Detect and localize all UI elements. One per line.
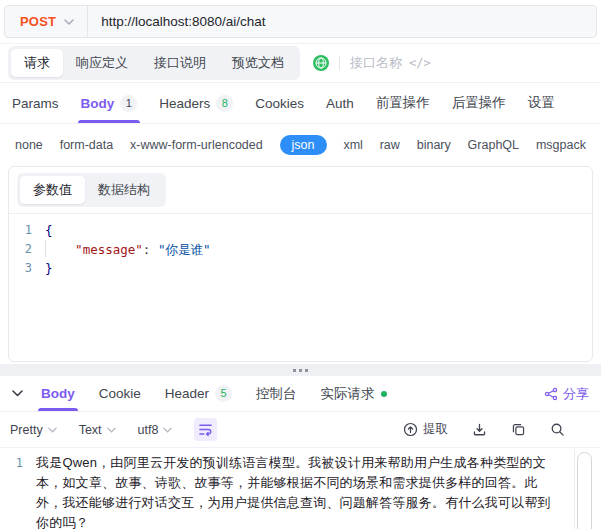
editor-line: 1 { bbox=[9, 221, 592, 240]
globe-icon[interactable] bbox=[313, 55, 329, 71]
body-type-selector: none form-data x-www-form-urlencoded jso… bbox=[0, 124, 601, 166]
tab-api-description[interactable]: 接口说明 bbox=[141, 49, 219, 77]
body-type-xml[interactable]: xml bbox=[343, 138, 362, 152]
tab-data-schema[interactable]: 数据结构 bbox=[85, 176, 163, 204]
response-body-content: 我是Qwen，由阿里云开发的预训练语言模型。我被设计用来帮助用户生成各种类型的文… bbox=[36, 453, 601, 529]
body-type-form-data[interactable]: form-data bbox=[60, 138, 114, 152]
body-count-badge: 1 bbox=[120, 95, 137, 112]
tab-body[interactable]: Body 1 bbox=[81, 83, 138, 123]
indent-guide bbox=[45, 240, 46, 257]
body-type-binary[interactable]: binary bbox=[417, 138, 451, 152]
code-token: { bbox=[45, 223, 53, 238]
splitter-dot bbox=[305, 369, 308, 372]
tab-params[interactable]: Params bbox=[12, 83, 59, 123]
search-button[interactable] bbox=[550, 422, 565, 437]
copy-icon bbox=[511, 422, 526, 437]
request-url-row: POST http://localhost:8080/ai/chat bbox=[0, 0, 601, 44]
chevron-down-icon bbox=[48, 427, 57, 433]
tab-headers[interactable]: Headers 8 bbox=[159, 83, 233, 123]
response-tab-body[interactable]: Body bbox=[41, 376, 75, 411]
chevron-down-icon bbox=[64, 19, 74, 25]
splitter-dot bbox=[293, 369, 296, 372]
share-button[interactable]: 分享 bbox=[544, 385, 589, 403]
editor-line: 2 "message": "你是谁" bbox=[9, 240, 592, 259]
chevron-down-icon bbox=[107, 427, 116, 433]
tab-settings[interactable]: 设置 bbox=[528, 83, 555, 123]
response-tab-cookie[interactable]: Cookie bbox=[99, 376, 141, 411]
json-key: "message" bbox=[75, 242, 143, 257]
tab-pre-operations[interactable]: 前置操作 bbox=[376, 83, 430, 123]
doc-tabs-group: 请求 响应定义 接口说明 预览文档 bbox=[8, 46, 300, 80]
scrollbar-track[interactable] bbox=[574, 449, 594, 529]
format-dropdown[interactable]: Text bbox=[79, 423, 116, 437]
tab-param-value[interactable]: 参数值 bbox=[20, 176, 85, 204]
status-dot bbox=[381, 391, 387, 397]
tab-request[interactable]: 请求 bbox=[11, 49, 63, 77]
tab-response-definition[interactable]: 响应定义 bbox=[63, 49, 141, 77]
share-icon bbox=[544, 387, 558, 401]
splitter-handle[interactable] bbox=[0, 364, 601, 376]
line-number: 2 bbox=[9, 240, 45, 259]
response-tabs-row: Body Cookie Header 5 控制台 实际请求 分享 bbox=[0, 376, 601, 412]
json-value: "你是谁" bbox=[158, 242, 211, 257]
tab-cookies[interactable]: Cookies bbox=[255, 83, 304, 123]
editor-line: 3 } bbox=[9, 259, 592, 278]
word-wrap-button[interactable] bbox=[194, 418, 217, 441]
request-url-bar: POST http://localhost:8080/ai/chat bbox=[4, 5, 597, 38]
pretty-dropdown[interactable]: Pretty bbox=[10, 423, 57, 437]
tab-preview-docs[interactable]: 预览文档 bbox=[219, 49, 297, 77]
collapse-panel-icon[interactable] bbox=[12, 390, 23, 397]
scrollbar-thumb[interactable] bbox=[577, 452, 592, 529]
response-tab-header[interactable]: Header 5 bbox=[165, 376, 232, 411]
line-number: 3 bbox=[9, 259, 45, 278]
word-wrap-icon bbox=[198, 422, 213, 437]
divider bbox=[339, 56, 340, 70]
chevron-down-icon bbox=[163, 427, 172, 433]
doc-tabs-row: 请求 响应定义 接口说明 预览文档 接口名称 </> bbox=[0, 44, 601, 83]
line-number: 1 bbox=[0, 453, 36, 529]
code-token: : bbox=[143, 242, 158, 257]
body-type-raw[interactable]: raw bbox=[380, 138, 400, 152]
extract-icon bbox=[403, 422, 418, 437]
copy-button[interactable] bbox=[511, 422, 526, 437]
body-type-none[interactable]: none bbox=[15, 138, 43, 152]
encoding-dropdown[interactable]: utf8 bbox=[138, 423, 173, 437]
response-toolbar: Pretty Text utf8 提取 bbox=[0, 412, 601, 448]
api-name-input[interactable]: 接口名称 bbox=[350, 54, 402, 72]
url-input[interactable]: http://localhost:8080/ai/chat bbox=[88, 14, 278, 29]
headers-count-badge: 8 bbox=[216, 95, 233, 112]
body-view-tabs: 参数值 数据结构 bbox=[17, 173, 166, 207]
code-icon: </> bbox=[409, 56, 431, 70]
request-section-tabs: Params Body 1 Headers 8 Cookies Auth 前置操… bbox=[0, 83, 601, 124]
body-type-json[interactable]: json bbox=[280, 135, 327, 155]
code-token: } bbox=[45, 261, 53, 276]
line-number: 1 bbox=[9, 221, 45, 240]
response-tab-console[interactable]: 控制台 bbox=[256, 376, 297, 411]
response-tab-actual-request[interactable]: 实际请求 bbox=[321, 376, 387, 411]
request-body-editor[interactable]: 1 { 2 "message": "你是谁" 3 } bbox=[9, 214, 592, 278]
download-icon bbox=[472, 422, 487, 437]
header-count-badge: 5 bbox=[215, 385, 232, 402]
download-button[interactable] bbox=[472, 422, 487, 437]
tab-post-operations[interactable]: 后置操作 bbox=[452, 83, 506, 123]
body-type-msgpack[interactable]: msgpack bbox=[536, 138, 586, 152]
splitter-dot bbox=[299, 369, 302, 372]
request-body-panel: 参数值 数据结构 1 { 2 "message": "你是谁" 3 } bbox=[8, 166, 593, 362]
response-body-panel: 1 我是Qwen，由阿里云开发的预训练语言模型。我被设计用来帮助用户生成各种类型… bbox=[0, 448, 601, 529]
body-type-urlencoded[interactable]: x-www-form-urlencoded bbox=[130, 138, 263, 152]
method-label: POST bbox=[20, 14, 56, 29]
body-type-graphql[interactable]: GraphQL bbox=[468, 138, 519, 152]
body-view-tabs-row: 参数值 数据结构 bbox=[9, 167, 592, 214]
search-icon bbox=[550, 422, 565, 437]
method-dropdown[interactable]: POST bbox=[5, 6, 88, 37]
extract-button[interactable]: 提取 bbox=[403, 421, 448, 438]
tab-auth[interactable]: Auth bbox=[326, 83, 354, 123]
